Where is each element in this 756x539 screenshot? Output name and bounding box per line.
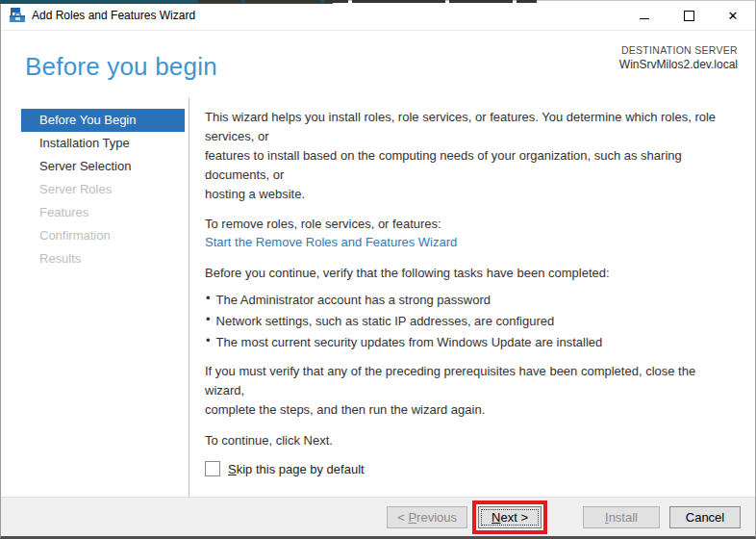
minimize-button[interactable] xyxy=(622,1,667,30)
page-title: Before you begin xyxy=(25,52,217,98)
list-item: • The Administrator account has a strong… xyxy=(205,290,738,311)
wizard-button-bar: < Previous Next > Install Cancel xyxy=(1,497,755,536)
maximize-icon xyxy=(684,11,694,21)
sidebar-item-before-you-begin[interactable]: Before You Begin xyxy=(21,109,185,132)
skip-page-checkbox-row[interactable]: Skip this page by default xyxy=(205,461,365,476)
sidebar-item-results: Results xyxy=(21,247,185,270)
bullet-icon: • xyxy=(206,309,211,332)
skip-page-label: Skip this page by default xyxy=(228,462,365,476)
list-item: • Network settings, such as static IP ad… xyxy=(205,311,738,332)
bullet-icon: • xyxy=(206,288,211,311)
sidebar-item-server-selection[interactable]: Server Selection xyxy=(21,155,185,178)
background-artifact xyxy=(352,0,445,3)
wizard-main-pane: This wizard helps you install roles, rol… xyxy=(189,98,755,499)
wizard-header: Before you begin DESTINATION SERVER WinS… xyxy=(1,31,755,98)
wizard-icon xyxy=(10,8,26,23)
skip-page-checkbox[interactable] xyxy=(205,461,220,476)
maximize-button[interactable] xyxy=(667,1,711,30)
verify-heading: Before you continue, verify that the fol… xyxy=(205,264,738,283)
continue-note: To continue, click Next. xyxy=(205,431,738,450)
prerequisite-note: If you must verify that any of the prece… xyxy=(205,362,738,420)
cancel-button[interactable]: Cancel xyxy=(669,506,741,528)
close-button[interactable]: ✕ xyxy=(711,1,755,30)
sidebar-item-confirmation: Confirmation xyxy=(21,224,185,247)
sidebar-item-server-roles: Server Roles xyxy=(21,178,185,201)
red-highlight-annotation: Next > xyxy=(472,500,547,534)
destination-server-name: WinSrvMilos2.dev.local xyxy=(619,58,738,72)
previous-button: < Previous xyxy=(387,506,467,528)
wizard-content: Before You Begin Installation Type Serve… xyxy=(1,98,755,499)
destination-server-label: DESTINATION SERVER xyxy=(619,43,738,58)
background-artifact xyxy=(517,0,537,3)
remove-heading: To remove roles, role services, or featu… xyxy=(205,215,738,233)
background-artifact xyxy=(449,0,513,3)
install-button: Install xyxy=(583,506,660,528)
bullet-text: Network settings, such as static IP addr… xyxy=(216,311,555,332)
sidebar-item-installation-type[interactable]: Installation Type xyxy=(21,132,185,155)
intro-paragraph: This wizard helps you install roles, rol… xyxy=(205,108,738,204)
remove-wizard-link[interactable]: Start the Remove Roles and Features Wiza… xyxy=(205,233,738,251)
close-icon: ✕ xyxy=(728,10,739,22)
background-artifact xyxy=(245,0,320,3)
destination-server-block: DESTINATION SERVER WinSrvMilos2.dev.loca… xyxy=(619,43,738,98)
wizard-window: Add Roles and Features Wizard ✕ Before y… xyxy=(0,0,756,539)
background-artifact xyxy=(198,0,241,3)
wizard-steps-sidebar: Before You Begin Installation Type Serve… xyxy=(1,98,189,499)
next-button[interactable]: Next > xyxy=(478,506,542,528)
list-item: • The most current security updates from… xyxy=(205,332,738,353)
window-title: Add Roles and Features Wizard xyxy=(32,9,195,22)
bullet-text: The most current security updates from W… xyxy=(216,332,603,353)
bullet-icon: • xyxy=(206,330,211,353)
bullet-text: The Administrator account has a strong p… xyxy=(216,290,491,311)
title-bar[interactable]: Add Roles and Features Wizard ✕ xyxy=(1,1,755,31)
background-artifact xyxy=(324,0,348,3)
sidebar-item-features: Features xyxy=(21,201,185,224)
prerequisite-list: • The Administrator account has a strong… xyxy=(205,290,738,353)
minimize-icon xyxy=(640,18,649,19)
